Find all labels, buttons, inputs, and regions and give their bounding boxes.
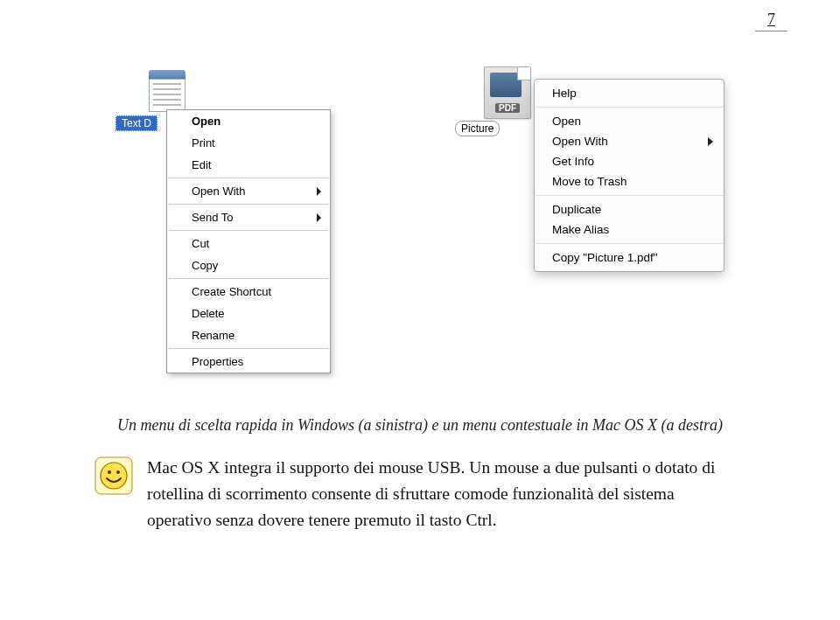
- text-file-label[interactable]: Text D: [116, 115, 158, 131]
- menu-item-cut[interactable]: Cut: [167, 233, 330, 254]
- menu-item-open[interactable]: Open: [535, 111, 724, 131]
- menu-item-label: Open With: [192, 185, 245, 198]
- menu-item-move-to-trash[interactable]: Move to Trash: [535, 171, 724, 192]
- tip-text: Mac OS X integra il supporto dei mouse U…: [147, 455, 742, 534]
- windows-context-menu: Open Print Edit Open With Send To Cut Co…: [166, 109, 331, 373]
- submenu-arrow-icon: [708, 137, 713, 146]
- menu-item-send-to[interactable]: Send To: [167, 206, 330, 228]
- svg-point-1: [101, 463, 127, 489]
- menu-item-open-with[interactable]: Open With: [167, 180, 330, 202]
- menu-item-duplicate[interactable]: Duplicate: [535, 199, 724, 219]
- pdf-file-label[interactable]: Picture: [455, 121, 500, 136]
- menu-item-delete[interactable]: Delete: [167, 303, 330, 324]
- menu-item-get-info[interactable]: Get Info: [535, 151, 724, 171]
- submenu-arrow-icon: [317, 213, 321, 222]
- menu-item-make-alias[interactable]: Make Alias: [535, 219, 724, 240]
- smiley-icon: [94, 456, 133, 495]
- page-number: 7: [755, 9, 788, 31]
- menu-item-print[interactable]: Print: [167, 132, 330, 154]
- pdf-badge: PDF: [495, 103, 520, 113]
- menu-item-rename[interactable]: Rename: [167, 324, 330, 346]
- menu-item-create-shortcut[interactable]: Create Shortcut: [167, 281, 330, 303]
- menu-item-open-with[interactable]: Open With: [535, 131, 724, 151]
- menu-item-label: Send To: [192, 211, 233, 224]
- svg-point-2: [108, 470, 111, 474]
- menu-item-properties[interactable]: Properties: [167, 351, 330, 373]
- figure-caption: Un menu di scelta rapida in Windows (a s…: [105, 416, 735, 435]
- submenu-arrow-icon: [317, 187, 321, 196]
- menu-separator: [169, 230, 328, 231]
- menu-separator: [536, 107, 723, 108]
- pdf-file-icon: PDF: [484, 66, 531, 121]
- menu-separator: [536, 243, 723, 244]
- tip-block: Mac OS X integra il supporto dei mouse U…: [94, 455, 742, 534]
- svg-point-3: [116, 470, 120, 474]
- menu-item-open[interactable]: Open: [167, 110, 330, 132]
- mac-context-menu: Help Open Open With Get Info Move to Tra…: [534, 79, 724, 272]
- menu-item-help[interactable]: Help: [535, 83, 724, 103]
- menu-separator: [169, 278, 328, 279]
- menu-item-copy-file[interactable]: Copy "Picture 1.pdf": [535, 247, 724, 268]
- menu-separator: [169, 348, 328, 349]
- menu-item-copy[interactable]: Copy: [167, 254, 330, 276]
- menu-separator: [169, 204, 328, 205]
- menu-item-edit[interactable]: Edit: [167, 154, 330, 176]
- menu-separator: [536, 195, 723, 196]
- menu-separator: [169, 178, 328, 178]
- menu-item-label: Open With: [552, 135, 608, 148]
